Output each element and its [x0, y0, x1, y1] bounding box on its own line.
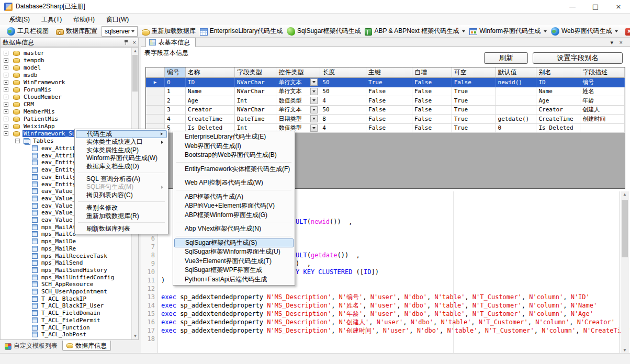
grid-cell[interactable]: Int — [235, 96, 277, 106]
menu-item[interactable]: ABP的Vue+Element界面代码(V) — [174, 201, 294, 211]
tree-item-label[interactable]: WinFramework — [22, 79, 66, 86]
collapse-icon[interactable] — [4, 131, 8, 136]
grid-cell[interactable]: 50 — [320, 78, 366, 87]
expand-icon[interactable] — [4, 117, 8, 121]
menu-item[interactable]: 拷贝列表内容(C) — [76, 191, 167, 199]
close-icon[interactable]: × — [607, 0, 630, 14]
abp-gen-button[interactable]: ABP & ABPNext 框架代码生成 — [363, 26, 467, 37]
exit-button[interactable]: 退出 — [623, 26, 630, 37]
enterpriselibrary-gen-button[interactable]: EnterpriseLibrary代码生成 — [198, 26, 285, 37]
row-selector[interactable] — [146, 87, 165, 97]
grid-cell[interactable]: Age — [186, 96, 235, 106]
grid-cell[interactable]: False — [412, 78, 452, 87]
column-header[interactable]: 编号 — [165, 67, 186, 78]
row-selector[interactable] — [146, 106, 165, 115]
table-row[interactable]: 2AgeInt数值类型4FalseFalseTrueAge年龄 — [146, 96, 625, 106]
column-header[interactable]: 默认值 — [496, 67, 537, 78]
grid-cell[interactable]: False — [412, 106, 452, 115]
menu-item[interactable]: 重新加载数据库(R) — [76, 212, 167, 220]
expand-icon[interactable] — [4, 73, 8, 77]
grid-cell[interactable]: 8 — [320, 115, 366, 124]
column-header[interactable]: 自增 — [412, 67, 452, 78]
tree-item-label[interactable]: Winframework_Sug — [22, 130, 80, 137]
menu-window[interactable]: 窗口(W) — [100, 14, 134, 25]
grid-cell[interactable] — [580, 124, 625, 133]
menu-tools[interactable]: 工具(T) — [36, 14, 68, 25]
column-header[interactable]: 别名 — [536, 67, 580, 78]
sqlsugar-gen-button[interactable]: SqlSugar框架代码生成 — [285, 26, 363, 37]
table-row[interactable]: 1NameNVarChar单行文本50FalseFalseTrueName姓名 — [146, 87, 625, 97]
row-selector[interactable] — [146, 115, 165, 124]
grid-cell[interactable]: Creator — [186, 106, 235, 115]
table-row[interactable]: ▶0IDNVarChar单行文本50TrueFalseFalsenewid()I… — [146, 78, 625, 87]
grid-cell[interactable]: True — [366, 78, 412, 87]
grid-cell[interactable]: Age — [536, 96, 580, 106]
grid-cell[interactable] — [496, 87, 537, 97]
menu-item[interactable]: Web界面代码生成(I) — [174, 142, 294, 151]
expand-icon[interactable] — [4, 80, 8, 85]
grid-cell[interactable]: 创建人 — [580, 106, 625, 115]
tree-item-label[interactable]: eav_Attrib — [40, 145, 77, 152]
table-row[interactable]: 3CreatorNVarChar单行文本50FalseFalseTrueCrea… — [146, 106, 625, 115]
column-header[interactable]: 控件类型 — [276, 67, 320, 78]
grid-cell[interactable]: 创建时间 — [580, 115, 625, 124]
grid-cell[interactable]: DateTime — [235, 115, 277, 124]
scroll-down-icon[interactable]: ▼ — [621, 348, 629, 352]
menu-item[interactable]: ABP框架代码生成(A) — [174, 192, 294, 202]
set-field-alias-button[interactable]: 设置字段别名 — [533, 52, 623, 64]
grid-cell[interactable]: False — [366, 115, 412, 124]
tree-item-label[interactable]: mps_MailRe — [40, 245, 77, 252]
expand-icon[interactable] — [4, 65, 8, 70]
tree-item-label[interactable]: CRM — [22, 101, 35, 108]
minimize-icon[interactable]: — — [561, 0, 584, 14]
grid-cell[interactable]: 编号 — [580, 78, 625, 87]
grid-cell[interactable]: True — [452, 87, 496, 97]
scroll-up-icon[interactable]: ▲ — [621, 192, 629, 197]
cell-dropdown-button[interactable] — [310, 115, 318, 122]
tab-table-basic-info[interactable]: 表基本信息 — [145, 38, 196, 47]
cell-dropdown-button[interactable] — [310, 124, 318, 132]
grid-cell[interactable]: 数值类型 — [276, 96, 320, 106]
expand-icon[interactable] — [4, 109, 8, 114]
menu-item[interactable]: Winform界面代码生成(W) — [76, 154, 167, 162]
tree-item-label[interactable]: mps_MailAt — [40, 224, 77, 231]
tab-custom-template-list[interactable]: 自定义模板列表 — [1, 340, 61, 351]
grid-cell[interactable]: 单行文本 — [276, 106, 320, 115]
menu-item[interactable]: 实体类属性生成(P) — [76, 146, 167, 154]
grid-cell[interactable]: NVarChar — [235, 87, 277, 97]
maximize-icon[interactable]: □ — [584, 0, 607, 14]
winform-gen-button[interactable]: Winform界面代码生成 — [467, 26, 549, 37]
grid-cell[interactable]: getdate() — [496, 115, 537, 124]
tree-item-label[interactable]: eav_Entity — [40, 159, 77, 166]
grid-cell[interactable]: newid() — [496, 78, 537, 87]
grid-cell[interactable] — [496, 96, 537, 106]
menu-item[interactable]: 数据库文档生成(D) — [76, 163, 167, 170]
menu-system[interactable]: 系统(S) — [3, 14, 36, 25]
tree-item-label[interactable]: MemberMis — [22, 108, 56, 115]
grid-cell[interactable]: True — [452, 124, 496, 133]
grid-cell[interactable]: CreateTime — [536, 115, 580, 124]
grid-cell[interactable]: NVarChar — [235, 106, 277, 115]
menu-item[interactable]: 刷新数据库列表 — [76, 225, 167, 233]
grid-cell[interactable]: 4 — [320, 124, 366, 133]
tree-item-label[interactable]: Tables — [32, 138, 55, 144]
column-header[interactable]: 可空 — [452, 67, 496, 78]
tab-list-dropdown-icon[interactable]: ▾ — [610, 39, 613, 46]
grid-cell[interactable]: False — [412, 87, 452, 97]
toolbar-view-button[interactable]: 工具栏视图 — [5, 26, 51, 37]
menu-item[interactable]: Web API控制器代码生成(W) — [174, 178, 294, 188]
collapse-icon[interactable] — [15, 139, 20, 143]
grid-cell[interactable]: 4 — [320, 96, 366, 106]
grid-cell[interactable]: False — [412, 96, 452, 106]
expand-icon[interactable] — [4, 102, 8, 107]
expand-icon[interactable] — [4, 58, 8, 63]
grid-cell[interactable]: 0 — [496, 124, 537, 133]
grid-cell[interactable]: Name — [186, 87, 235, 97]
grid-cell[interactable]: ID — [536, 78, 580, 87]
grid-cell[interactable]: NVarChar — [235, 78, 277, 87]
grid-cell[interactable]: Creator — [536, 106, 580, 115]
grid-cell[interactable]: 1 — [165, 87, 186, 97]
tree-item-label[interactable]: eav_Entity — [40, 181, 77, 188]
cell-dropdown-button[interactable] — [310, 88, 318, 95]
tree-item-label[interactable]: eav_Value_ — [40, 195, 77, 202]
